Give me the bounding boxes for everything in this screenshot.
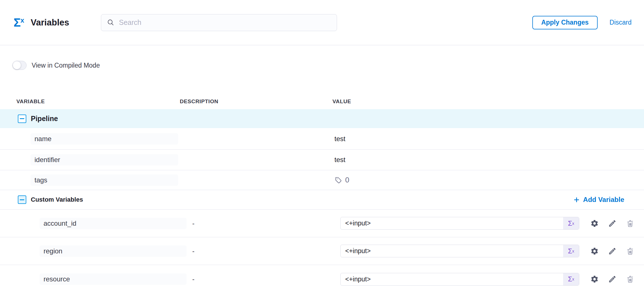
- toggle-knob-icon: [13, 61, 21, 69]
- variable-description: -: [180, 219, 332, 227]
- variable-settings-button[interactable]: [590, 275, 599, 283]
- variable-description: -: [180, 275, 332, 283]
- column-header-description: DESCRIPTION: [180, 98, 332, 105]
- row-actions: [590, 275, 634, 283]
- variable-delete-button[interactable]: [626, 275, 634, 283]
- add-variable-button[interactable]: Add Variable: [573, 196, 624, 204]
- variable-name: account_id: [44, 219, 76, 227]
- variable-name: tags: [34, 176, 47, 184]
- variable-value: test: [334, 135, 345, 143]
- page-title: Variables: [31, 18, 69, 28]
- trash-icon: [626, 247, 634, 255]
- add-variable-label: Add Variable: [583, 196, 624, 204]
- compiled-mode-toggle[interactable]: [12, 61, 27, 70]
- row-actions: [590, 219, 634, 228]
- compiled-mode-row: View in Compiled Mode: [12, 61, 644, 70]
- table-row-name: name test: [0, 128, 644, 150]
- variable-value: test: [334, 156, 345, 164]
- plus-icon: [573, 196, 580, 203]
- runtime-input-sigma-badge[interactable]: Σx: [563, 273, 579, 285]
- panel-header: Σx Variables Apply Changes Discard: [0, 0, 644, 45]
- table-row-identifier: identifier test: [0, 150, 644, 170]
- runtime-input-box: Σx: [340, 217, 579, 230]
- trash-icon: [626, 275, 634, 283]
- group-label-custom-variables: Custom Variables: [31, 196, 83, 203]
- collapse-pipeline-icon[interactable]: [18, 115, 26, 123]
- variable-name: name: [34, 135, 51, 143]
- variable-delete-button[interactable]: [626, 219, 634, 228]
- variable-name-strip: resource: [40, 273, 187, 285]
- variable-edit-button[interactable]: [608, 219, 617, 228]
- variables-table: VARIABLE DESCRIPTION VALUE Pipeline name…: [0, 94, 644, 293]
- compiled-mode-label: View in Compiled Mode: [32, 62, 100, 69]
- collapse-custom-variables-icon[interactable]: [18, 195, 26, 204]
- search-input[interactable]: [119, 18, 331, 27]
- variables-panel: Σx Variables Apply Changes Discard View …: [0, 0, 644, 293]
- variable-value-input[interactable]: [341, 245, 563, 257]
- search-box: [101, 14, 337, 31]
- variable-name-strip: region: [40, 245, 187, 257]
- minus-icon: [20, 118, 24, 119]
- sigma-x-icon: Σx: [14, 17, 24, 29]
- group-row-pipeline: Pipeline: [0, 109, 644, 128]
- table-row-resource: resource - Σx: [0, 265, 644, 293]
- tag-icon: [334, 176, 342, 184]
- variable-settings-button[interactable]: [590, 247, 599, 255]
- variable-name: region: [44, 247, 62, 255]
- gear-icon: [590, 219, 599, 228]
- variable-value-input[interactable]: [341, 217, 563, 229]
- table-row-region: region - Σx: [0, 237, 644, 265]
- table-row-tags: tags 0: [0, 170, 644, 190]
- runtime-input-box: Σx: [340, 245, 579, 257]
- gear-icon: [590, 275, 599, 283]
- variable-edit-button[interactable]: [608, 247, 617, 255]
- variable-settings-button[interactable]: [590, 219, 599, 228]
- search-icon: [107, 19, 114, 26]
- tags-value: 0: [334, 176, 349, 184]
- variable-description: -: [180, 247, 332, 255]
- group-row-custom-variables: Custom Variables Add Variable: [0, 190, 644, 210]
- variable-name-strip: tags: [31, 174, 178, 186]
- pencil-icon: [608, 247, 617, 255]
- variable-name: identifier: [34, 156, 60, 164]
- runtime-input-box: Σx: [340, 273, 579, 286]
- variable-name-strip: identifier: [31, 154, 178, 165]
- discard-link[interactable]: Discard: [610, 19, 632, 26]
- header-actions: Apply Changes Discard: [532, 16, 632, 29]
- column-header-value: VALUE: [332, 98, 633, 105]
- group-label-pipeline: Pipeline: [31, 115, 58, 123]
- pencil-icon: [608, 219, 617, 228]
- table-header-row: VARIABLE DESCRIPTION VALUE: [0, 94, 644, 109]
- column-header-variable: VARIABLE: [16, 98, 180, 105]
- variable-edit-button[interactable]: [608, 275, 617, 283]
- runtime-input-sigma-badge[interactable]: Σx: [563, 217, 579, 229]
- gear-icon: [590, 247, 599, 255]
- variable-name: resource: [44, 275, 70, 283]
- variable-value-input[interactable]: [341, 273, 563, 285]
- variable-name-strip: account_id: [40, 218, 187, 229]
- variable-name-strip: name: [31, 133, 178, 145]
- trash-icon: [626, 219, 634, 228]
- variable-delete-button[interactable]: [626, 247, 634, 255]
- pencil-icon: [608, 275, 617, 283]
- minus-icon: [20, 199, 24, 200]
- apply-changes-button[interactable]: Apply Changes: [532, 16, 598, 29]
- runtime-input-sigma-badge[interactable]: Σx: [563, 245, 579, 257]
- table-row-account-id: account_id - Σx: [0, 210, 644, 237]
- row-actions: [590, 247, 634, 255]
- tags-count: 0: [345, 176, 349, 184]
